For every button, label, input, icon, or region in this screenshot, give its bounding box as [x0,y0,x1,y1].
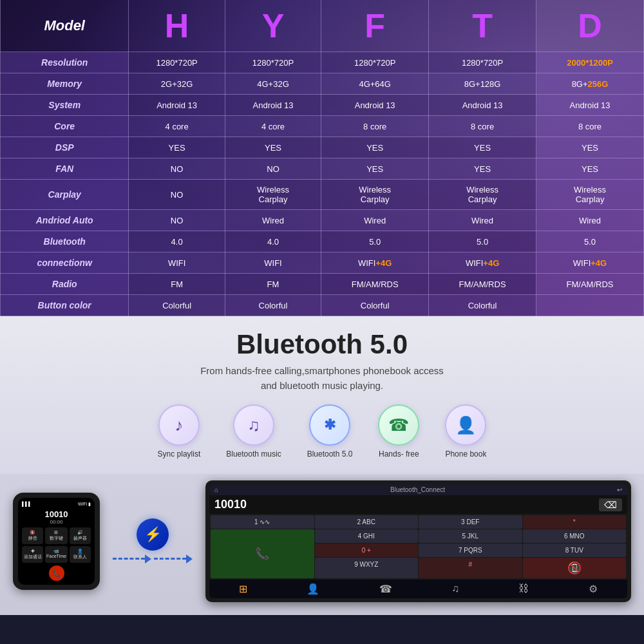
row-label-8: Bluetooth [1,231,129,252]
car-bottom-nav: ⊞ 👤 ☎ ♫ ⛓ ⚙ [209,580,627,598]
cell-y-2: Android 13 [225,95,321,116]
bluetooth-5-label: Bluetooth 5.0 [307,450,353,459]
t-header: T [429,0,536,52]
phone-book-item: 👤 Phone book [445,404,486,459]
bluetooth-music-label: Bluetooth music [226,450,281,459]
cell-y-0: 1280*720P [225,52,321,73]
bluetooth-5-icon: ✱ [309,404,350,446]
car-key-3[interactable]: 3 DEF [419,515,522,529]
bluetooth-title: Bluetooth 5.0 [13,329,631,360]
sync-playlist-item: ♪ Sync playlist [158,404,201,459]
hands-free-label: Hands- free [379,450,419,459]
cell-y-8: 4.0 [225,231,321,252]
cell-t-4: YES [429,137,536,158]
demo-area: ▌▌▌ WiFi ▮ 10010 00:00 🔇静音 ⊞数字键 🔊扬声器 ✚添加… [0,474,644,615]
bluetooth-music-item: ♫ Bluetooth music [226,404,281,459]
phone-key-contacts: 👤联系人 [70,546,91,563]
cell-y-6: WirelessCarplay [225,180,321,210]
d-header: D [536,0,644,52]
car-key-8[interactable]: 8 TUV [523,544,627,557]
car-key-5[interactable]: 5 JKL [419,529,522,543]
car-key-star[interactable]: * [523,515,627,529]
cell-d-10: FM/AM/RDS [536,274,644,295]
cell-d-1: 8G+256G [536,73,644,95]
row-label-11: Button color [1,295,129,316]
bluetooth-desc: From hands-free calling,smartphones phon… [13,364,631,393]
cell-h-3: 4 core [129,116,225,137]
cell-y-10: FM [225,274,321,295]
cell-t-8: 5.0 [429,231,536,252]
car-nav-contacts[interactable]: 👤 [307,583,319,595]
phone-book-icon: 👤 [445,404,486,446]
car-key-0plus[interactable]: 0 + [315,544,419,557]
bt-arrows [113,553,193,565]
car-phone-number: 10010 [214,498,247,511]
car-key-4[interactable]: 4 GHI [315,529,419,543]
row-label-0: Resolution [1,52,129,73]
cell-t-9: WIFI+4G [429,252,536,274]
cell-f-2: Android 13 [321,95,429,116]
cell-d-9: WIFI+4G [536,252,644,274]
car-nav-home[interactable]: ⊞ [239,583,247,595]
car-key-2[interactable]: 2 ABC [315,515,419,529]
phone-bottom-bar: 📞 [22,565,91,581]
cell-y-11: Colorful [225,295,321,316]
cell-h-4: YES [129,137,225,158]
bluetooth-arrow-area: ⚡ [113,518,193,565]
y-header: Y [225,0,321,52]
cell-f-10: FM/AM/RDS [321,274,429,295]
car-end-btn[interactable]: 📵 [523,558,627,578]
row-label-7: Andriod Auto [1,210,129,231]
cell-h-5: NO [129,158,225,180]
row-label-6: Carplay [1,180,129,210]
cell-y-3: 4 core [225,116,321,137]
cell-y-9: WIFI [225,252,321,274]
car-phone-display: 10010 ⌫ [209,495,627,514]
hands-free-icon: ☎ [378,404,419,446]
car-key-1[interactable]: 1 ∿∿ [211,515,314,529]
row-label-5: FAN [1,158,129,180]
cell-t-2: Android 13 [429,95,536,116]
car-nav-settings[interactable]: ⚙ [589,583,598,595]
bluetooth-icons-row: ♪ Sync playlist ♫ Bluetooth music ✱ Blue… [13,404,631,459]
car-backspace-btn[interactable]: ⌫ [599,498,622,511]
cell-y-4: YES [225,137,321,158]
car-unit-screen: ⌂ Bluetooth_Connect ↩ 10010 ⌫ 1 ∿∿ 2 ABC… [209,484,627,598]
cell-d-5: YES [536,158,644,180]
car-key-6[interactable]: 6 MNO [523,529,627,543]
cell-t-1: 8G+128G [429,73,536,95]
cell-h-0: 1280*720P [129,52,225,73]
cell-t-11: Colorful [429,295,536,316]
cell-y-7: Wired [225,210,321,231]
comparison-table: Model H Y F T D Resolution1280*720P1280*… [0,0,644,316]
cell-d-11 [536,295,644,316]
bluetooth-section: Bluetooth 5.0 From hands-free calling,sm… [0,316,644,474]
cell-f-11: Colorful [321,295,429,316]
spec-table-section: Model H Y F T D Resolution1280*720P1280*… [0,0,644,316]
cell-f-5: YES [321,158,429,180]
cell-f-8: 5.0 [321,231,429,252]
car-call-btn[interactable]: 📞 [211,529,314,578]
row-label-2: System [1,95,129,116]
phone-key-video: 📹FaceTime [45,546,68,563]
cell-f-6: WirelessCarplay [321,180,429,210]
car-key-9[interactable]: 9 WXYZ [315,558,419,578]
car-nav-connect[interactable]: ⛓ [518,583,529,595]
car-status-bar: ⌂ Bluetooth_Connect ↩ [209,484,627,495]
f-header: F [321,0,429,52]
cell-h-10: FM [129,274,225,295]
bluetooth-music-icon: ♫ [233,404,274,446]
phone-key-mute: 🔇静音 [22,527,43,544]
phone-key-extra1: ✚添加通话 [22,546,43,563]
cell-h-6: NO [129,180,225,210]
row-label-1: Memory [1,73,129,95]
phone-status-bar: ▌▌▌ WiFi ▮ [22,502,91,507]
h-header: H [129,0,225,52]
phone-keypad-grid: 🔇静音 ⊞数字键 🔊扬声器 ✚添加通话 📹FaceTime 👤联系人 [22,527,91,563]
car-nav-music[interactable]: ♫ [451,583,459,595]
car-key-hash[interactable]: # [419,558,522,578]
cell-d-0: 2000*1200P [536,52,644,73]
car-key-7[interactable]: 7 PQRS [419,544,522,557]
car-nav-phone[interactable]: ☎ [379,583,392,595]
phone-end-call-btn[interactable]: 📞 [49,565,64,581]
